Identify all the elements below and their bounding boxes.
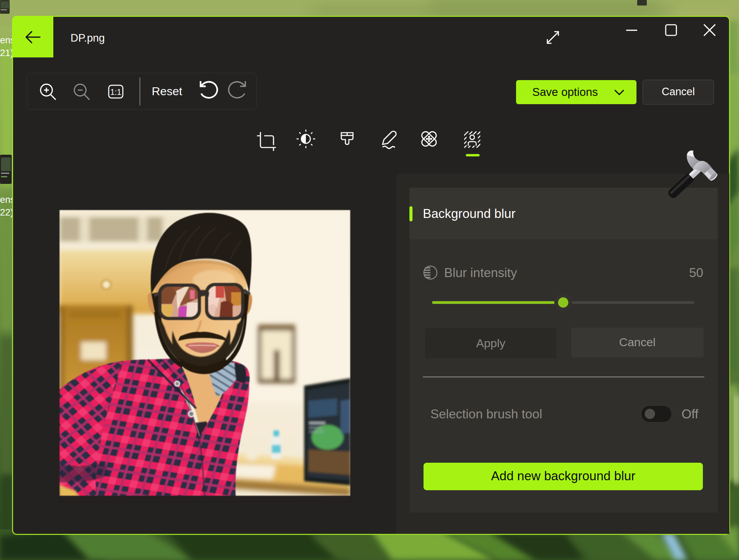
svg-text:1:1: 1:1 bbox=[110, 88, 121, 97]
